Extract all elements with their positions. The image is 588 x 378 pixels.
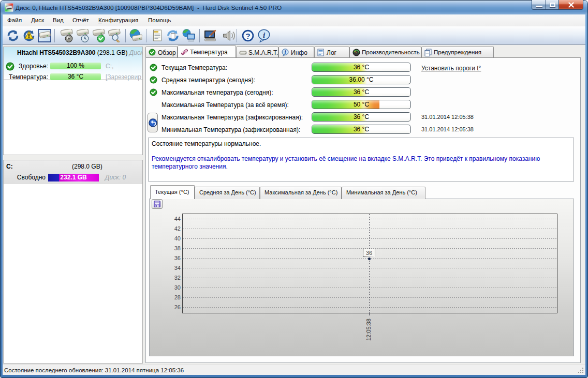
svg-text:i: i (285, 50, 286, 55)
svg-text:?: ? (245, 32, 250, 40)
